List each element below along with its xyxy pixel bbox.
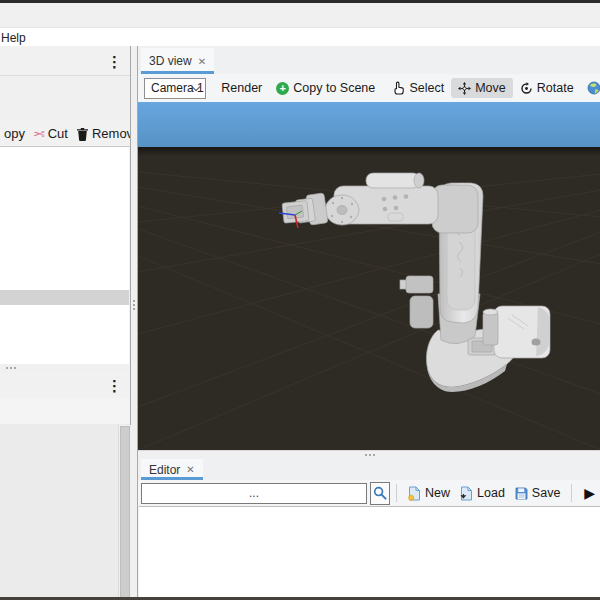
scene-tree[interactable]: [0, 146, 129, 365]
save-button-label: Save: [532, 486, 561, 500]
view-tabbar: 3D view ✕: [138, 46, 600, 74]
view-toolbar: Camera 1 Render + Copy to Scene Select: [138, 74, 600, 102]
render-button[interactable]: Render: [214, 78, 269, 98]
tree-panel-header: ⋮: [0, 46, 130, 76]
save-icon: [515, 487, 528, 500]
main-panel: 3D view ✕ Camera 1 Render + Copy to Scen…: [137, 46, 600, 600]
sky: [138, 102, 600, 147]
new-button-label: New: [425, 486, 450, 500]
load-file-icon: [460, 486, 473, 501]
splitter-grip-icon: [6, 367, 16, 369]
robot-shoulder: [432, 185, 478, 233]
application-window: Help ⋮ opy ✂ Cut Remove: [0, 0, 600, 600]
menu-bar: Help: [0, 28, 600, 47]
load-button-label: Load: [477, 486, 505, 500]
play-button[interactable]: ▶: [578, 485, 600, 501]
copy-button-label: opy: [4, 126, 25, 141]
menu-help[interactable]: Help: [0, 29, 30, 45]
select-tool-label: Select: [409, 81, 444, 95]
save-button[interactable]: Save: [510, 484, 566, 502]
tab-editor[interactable]: Editor ✕: [141, 459, 203, 480]
move-icon: [458, 82, 471, 95]
copy-to-scene-label: Copy to Scene: [293, 81, 375, 95]
rotate-tool-label: Rotate: [537, 81, 574, 95]
render-button-label: Render: [221, 81, 262, 95]
tab-3d-view-label: 3D view: [149, 54, 192, 68]
load-button[interactable]: Load: [455, 484, 510, 503]
close-icon[interactable]: ✕: [186, 464, 194, 475]
select-tool-button[interactable]: Select: [385, 78, 451, 98]
move-tool-button[interactable]: Move: [451, 78, 513, 98]
editor-toolbar: New Load: [138, 480, 600, 506]
close-icon[interactable]: ✕: [198, 56, 206, 67]
copy-to-scene-button[interactable]: + Copy to Scene: [269, 78, 382, 98]
properties-scrollbar[interactable]: [118, 425, 131, 600]
toolbar-separator: [571, 484, 572, 502]
search-button[interactable]: [370, 482, 390, 505]
scrollbar-thumb[interactable]: [120, 426, 130, 600]
rotate-icon: [520, 82, 533, 95]
title-bar: [0, 3, 600, 28]
cut-button-label: Cut: [48, 126, 68, 141]
remove-button[interactable]: Remove: [72, 126, 130, 141]
properties-panel-header: ⋮: [0, 372, 130, 399]
3d-viewport[interactable]: [138, 102, 600, 450]
base-cylinder: [483, 312, 498, 345]
add-icon: +: [276, 82, 289, 95]
tree-selected-row[interactable]: [0, 290, 129, 305]
new-button[interactable]: New: [403, 484, 455, 503]
cut-button[interactable]: ✂ Cut: [29, 126, 72, 142]
scene-tree-panel: ⋮ opy ✂ Cut Remove ⋮: [0, 46, 131, 600]
remove-button-label: Remove: [92, 126, 130, 141]
new-file-icon: [408, 486, 421, 501]
splitter-grip-icon: [365, 454, 375, 456]
editor-content[interactable]: [139, 506, 600, 600]
move-tool-label: Move: [475, 81, 506, 95]
tree-toolbar: opy ✂ Cut Remove: [0, 121, 130, 147]
toolbar-separator: [396, 484, 397, 502]
kebab-menu-icon[interactable]: ⋮: [107, 378, 122, 393]
scissors-icon: ✂: [33, 126, 45, 142]
trash-icon: [76, 127, 89, 141]
tab-3d-view[interactable]: 3D view ✕: [141, 48, 214, 74]
properties-toolbar: [0, 398, 130, 425]
editor-tabbar: Editor ✕: [138, 457, 600, 480]
rotate-tool-button[interactable]: Rotate: [513, 78, 581, 98]
horizontal-splitter[interactable]: [0, 364, 130, 372]
camera-select[interactable]: Camera 1: [144, 78, 206, 99]
search-icon: [373, 486, 387, 500]
tab-editor-label: Editor: [149, 463, 180, 477]
copy-button[interactable]: opy: [0, 126, 29, 141]
search-input[interactable]: [141, 483, 367, 504]
kebab-menu-icon[interactable]: ⋮: [107, 53, 122, 68]
select-hand-icon: [392, 81, 405, 95]
base-motor-box: [494, 306, 550, 358]
properties-area: Euler YXZ: [0, 424, 130, 600]
splitter-grip-icon: [133, 300, 135, 310]
globe-icon[interactable]: [587, 81, 600, 95]
